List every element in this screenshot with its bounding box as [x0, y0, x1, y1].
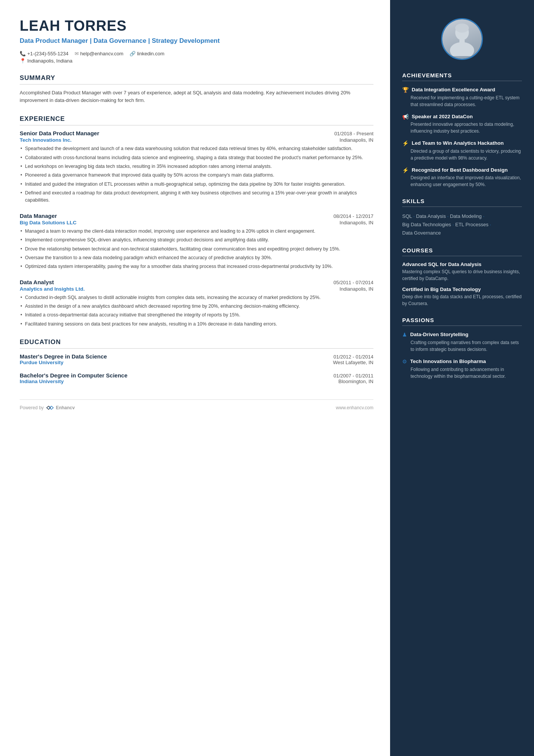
- skills-text: SQL · Data Analysis · Data Modeling · Bi…: [402, 212, 522, 237]
- job-date-2: 08/2014 - 12/2017: [333, 213, 373, 219]
- phone-number: +1-(234)-555-1234: [27, 51, 69, 56]
- achievement-icon-1: 🏆: [402, 87, 409, 93]
- job-bullets-1: Spearheaded the development and launch o…: [20, 145, 373, 204]
- achievement-desc-1: Received for implementing a cutting-edge…: [402, 94, 522, 108]
- edu-header-1: Master's Degree in Data Science 01/2012 …: [20, 353, 373, 360]
- bullet-1-2: Collaborated with cross-functional teams…: [25, 154, 373, 161]
- achievement-item-1: 🏆 Data Integration Excellence Award Rece…: [402, 86, 522, 108]
- edu-header-2: Bachelor's Degree in Computer Science 01…: [20, 372, 373, 379]
- job-title-1: Senior Data Product Manager: [20, 130, 99, 136]
- job-header-1: Senior Data Product Manager 01/2018 - Pr…: [20, 130, 373, 136]
- job-company-row-3: Analytics and Insights Ltd. Indianapolis…: [20, 286, 373, 292]
- resume-container: LEAH TORRES Data Product Manager | Data …: [0, 0, 534, 756]
- achievement-header-2: 📢 Speaker at 2022 DataCon: [402, 113, 522, 120]
- bullet-2-2: Implemented comprehensive SQL-driven ana…: [25, 236, 373, 244]
- bullet-2-5: Optimized data system interoperability, …: [25, 263, 373, 270]
- achievement-title-2: Speaker at 2022 DataCon: [412, 113, 473, 120]
- location-contact: 📍 Indianapolis, Indiana: [20, 58, 373, 64]
- profile-photo: [441, 18, 483, 60]
- skill-4: Big Data Technologies: [402, 222, 451, 227]
- course-item-2: Certified in Big Data Technology Deep di…: [402, 286, 522, 307]
- email-icon: ✉: [75, 51, 79, 56]
- contact-line: 📞 +1-(234)-555-1234 ✉ help@enhancv.com 🔗…: [20, 51, 373, 56]
- job-company-row-1: Tech Innovations Inc. Indianapolis, IN: [20, 137, 373, 143]
- edu-loc-2: Bloomington, IN: [339, 379, 374, 384]
- passion-item-2: ⚙ Tech Innovations in Biopharma Followin…: [402, 358, 522, 380]
- achievement-item-2: 📢 Speaker at 2022 DataCon Presented inno…: [402, 113, 522, 135]
- job-title-3: Data Analyst: [20, 279, 54, 285]
- achievements-title: ACHIEVEMENTS: [402, 72, 522, 81]
- passion-desc-2: Following and contributing to advancemen…: [402, 366, 522, 380]
- profile-photo-wrap: [402, 18, 522, 60]
- course-desc-1: Mastering complex SQL queries to drive b…: [402, 268, 522, 282]
- bullet-3-3: Initiated a cross-departmental data accu…: [25, 311, 373, 319]
- edu-degree-2: Bachelor's Degree in Computer Science: [20, 372, 128, 379]
- job-bullets-3: Conducted in-depth SQL analyses to disti…: [20, 294, 373, 328]
- achievements-section: ACHIEVEMENTS 🏆 Data Integration Excellen…: [402, 72, 522, 188]
- skill-5: ETL Processes: [455, 222, 489, 227]
- bullet-1-3: Led workshops on leveraging big data tec…: [25, 163, 373, 170]
- achievement-title-3: Led Team to Win Analytics Hackathon: [412, 140, 504, 147]
- footer: Powered by Enhancv www.enhancv.com: [20, 399, 373, 410]
- achievement-desc-4: Designed an interface that improved data…: [402, 174, 522, 188]
- skill-6: Data Governance: [402, 230, 441, 236]
- achievement-icon-4: ⚡: [402, 167, 409, 173]
- skill-2: Data Analysis: [416, 213, 446, 219]
- edu-item-2: Bachelor's Degree in Computer Science 01…: [20, 372, 373, 384]
- header: LEAH TORRES Data Product Manager | Data …: [20, 18, 373, 64]
- job-item-3: Data Analyst 05/2011 - 07/2014 Analytics…: [20, 279, 373, 328]
- job-location-3: Indianapolis, IN: [339, 286, 373, 292]
- job-date-3: 05/2011 - 07/2014: [333, 280, 373, 285]
- job-header-3: Data Analyst 05/2011 - 07/2014: [20, 279, 373, 285]
- bullet-1-5: Initiated and guided the integration of …: [25, 181, 373, 188]
- achievement-title-1: Data Integration Excellence Award: [412, 86, 495, 93]
- enhancv-logo: Enhancv: [46, 405, 75, 410]
- passion-desc-1: Crafting compelling narratives from comp…: [402, 339, 522, 353]
- footer-url: www.enhancv.com: [336, 405, 373, 410]
- experience-section: EXPERIENCE Senior Data Product Manager 0…: [20, 115, 373, 328]
- email-contact: ✉ help@enhancv.com: [75, 51, 123, 56]
- phone-contact: 📞 +1-(234)-555-1234: [20, 51, 69, 56]
- candidate-name: LEAH TORRES: [20, 18, 373, 34]
- achievement-header-3: ⚡ Led Team to Win Analytics Hackathon: [402, 140, 522, 147]
- location-icon: 📍: [20, 58, 26, 64]
- bullet-3-2: Assisted in the design of a new analytic…: [25, 303, 373, 310]
- job-company-1: Tech Innovations Inc.: [20, 137, 72, 143]
- footer-powered: Powered by Enhancv: [20, 405, 75, 410]
- job-item-2: Data Manager 08/2014 - 12/2017 Big Data …: [20, 213, 373, 271]
- achievement-icon-3: ⚡: [402, 140, 409, 146]
- job-location-2: Indianapolis, IN: [339, 220, 373, 225]
- courses-section: COURSES Advanced SQL for Data Analysis M…: [402, 247, 522, 307]
- edu-school-row-1: Purdue University West Lafayette, IN: [20, 360, 373, 365]
- skills-title: SKILLS: [402, 198, 522, 207]
- location-text: Indianapolis, Indiana: [27, 58, 72, 64]
- linkedin-url: linkedin.com: [137, 51, 164, 56]
- experience-title: EXPERIENCE: [20, 115, 373, 125]
- edu-school-2: Indiana University: [20, 379, 64, 384]
- course-title-2: Certified in Big Data Technology: [402, 286, 522, 292]
- bullet-2-3: Drove the relationship between technical…: [25, 246, 373, 253]
- edu-loc-1: West Lafayette, IN: [333, 360, 373, 365]
- passion-icon-1: ♟: [402, 332, 407, 338]
- job-title-2: Data Manager: [20, 213, 57, 219]
- job-company-2: Big Data Solutions LLC: [20, 220, 77, 225]
- bullet-1-6: Defined and executed a roadmap for data …: [25, 189, 373, 204]
- bullet-1-1: Spearheaded the development and launch o…: [25, 145, 373, 152]
- summary-text: Accomplished Data Product Manager with o…: [20, 89, 373, 105]
- right-column: ACHIEVEMENTS 🏆 Data Integration Excellen…: [390, 0, 534, 756]
- bullet-3-1: Conducted in-depth SQL analyses to disti…: [25, 294, 373, 301]
- achievement-header-1: 🏆 Data Integration Excellence Award: [402, 86, 522, 93]
- linkedin-icon: 🔗: [130, 51, 136, 56]
- summary-title: SUMMARY: [20, 74, 373, 85]
- achievement-item-3: ⚡ Led Team to Win Analytics Hackathon Di…: [402, 140, 522, 161]
- skills-section: SKILLS SQL · Data Analysis · Data Modeli…: [402, 198, 522, 237]
- courses-title: COURSES: [402, 247, 522, 256]
- achievement-title-4: Recognized for Best Dashboard Design: [412, 167, 508, 174]
- passion-item-1: ♟ Data-Driven Storytelling Crafting comp…: [402, 331, 522, 353]
- passion-header-2: ⚙ Tech Innovations in Biopharma: [402, 358, 522, 365]
- person-silhouette: [445, 22, 479, 56]
- course-desc-2: Deep dive into big data stacks and ETL p…: [402, 293, 522, 307]
- edu-item-1: Master's Degree in Data Science 01/2012 …: [20, 353, 373, 365]
- course-title-1: Advanced SQL for Data Analysis: [402, 261, 522, 267]
- education-section: EDUCATION Master's Degree in Data Scienc…: [20, 338, 373, 384]
